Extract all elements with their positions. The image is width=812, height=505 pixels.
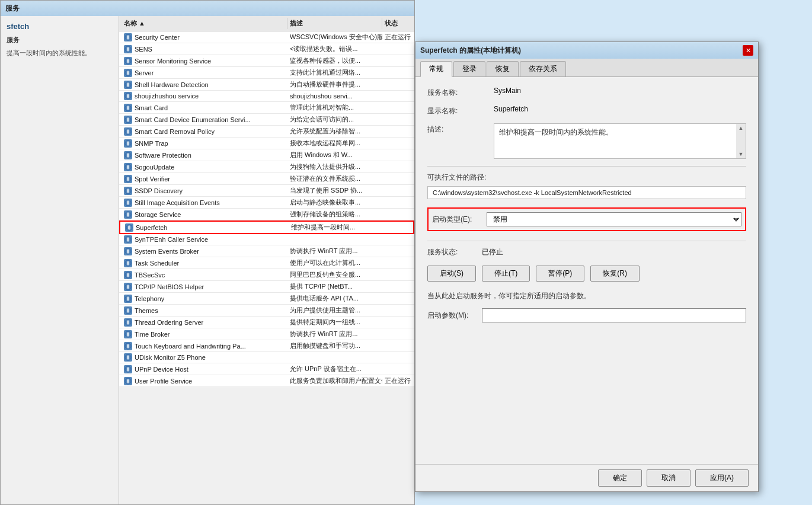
- row-status: 正在运行: [382, 32, 414, 42]
- table-row[interactable]: System Events Broker协调执行 WinRT 应用...: [119, 245, 414, 257]
- apply-button[interactable]: 应用(A): [695, 469, 749, 487]
- left-panel: sfetch 服务 提高一段时间内的系统性能。: [1, 16, 119, 504]
- table-row[interactable]: SogouUpdate为搜狗输入法提供升级...: [119, 161, 414, 173]
- tab-general[interactable]: 常规: [420, 61, 452, 77]
- row-status: [382, 131, 414, 132]
- dialog-close-button[interactable]: ✕: [743, 45, 753, 56]
- scroll-down-arrow[interactable]: ▼: [737, 150, 745, 158]
- service-icon: [124, 57, 132, 65]
- table-row[interactable]: Superfetch维护和提高一段时间...: [119, 220, 414, 234]
- row-name: shoujizhushou service: [122, 91, 287, 101]
- row-name: Smart Card: [122, 103, 287, 113]
- row-name: Themes: [122, 306, 287, 315]
- cancel-button[interactable]: 取消: [647, 469, 690, 487]
- table-row[interactable]: UPnP Device Host允许 UPnP 设备宿主在...: [119, 363, 414, 375]
- start-param-row: 启动参数(M):: [427, 308, 746, 322]
- table-row[interactable]: Software Protection启用 Windows 和 W...: [119, 149, 414, 161]
- col-desc[interactable]: 描述: [287, 18, 382, 29]
- row-name: Touch Keyboard and Handwriting Pa...: [122, 341, 287, 351]
- row-name: Spot Verifier: [122, 174, 287, 184]
- tab-login[interactable]: 登录: [453, 61, 485, 76]
- start-button[interactable]: 启动(S): [427, 266, 476, 282]
- table-row[interactable]: Spot Verifier验证潜在的文件系统损...: [119, 173, 414, 185]
- row-status: [382, 107, 414, 108]
- service-icon: [124, 235, 132, 244]
- table-row[interactable]: Server支持此计算机通过网络...: [119, 67, 414, 79]
- table-row[interactable]: Security CenterWSCSVC(Windows 安全中心)服务监视并…: [119, 31, 414, 43]
- col-status[interactable]: 状态: [382, 18, 414, 29]
- startup-type-select[interactable]: 自动 自动(延迟启动) 手动 禁用: [487, 212, 741, 226]
- left-panel-section: 服务: [7, 36, 113, 44]
- scroll-up-arrow[interactable]: ▲: [737, 124, 745, 132]
- resume-button[interactable]: 恢复(R): [590, 266, 640, 282]
- row-name: UDisk Monitor Z5 Phone: [122, 353, 287, 362]
- tab-recovery[interactable]: 恢复: [487, 61, 519, 76]
- row-name-text: Smart Card Removal Policy: [135, 128, 215, 135]
- table-row[interactable]: SynTPEnh Caller Service: [119, 234, 414, 245]
- service-icon: [124, 92, 132, 100]
- row-desc: 监视各种传感器，以便...: [287, 56, 382, 66]
- pause-button[interactable]: 暂停(P): [536, 266, 584, 282]
- ok-button[interactable]: 确定: [598, 469, 642, 487]
- table-row[interactable]: Thread Ordering Server提供特定期间内一组线...: [119, 317, 414, 328]
- row-desc: 管理此计算机对智能...: [287, 103, 382, 113]
- table-row[interactable]: Time Broker协调执行 WinRT 应用...: [119, 328, 414, 340]
- table-row[interactable]: SENS<读取描述失败。错误...: [119, 43, 414, 55]
- row-name: Software Protection: [122, 151, 287, 160]
- table-row[interactable]: Smart Card管理此计算机对智能...: [119, 102, 414, 114]
- row-name-text: Shell Hardware Detection: [135, 81, 209, 88]
- row-status: [382, 369, 414, 370]
- table-row[interactable]: Shell Hardware Detection为自动播放硬件事件提...: [119, 79, 414, 91]
- table-row[interactable]: SNMP Trap接收本地或远程简单网...: [119, 138, 414, 149]
- row-name: Server: [122, 68, 287, 78]
- row-desc: <读取描述失败。错误...: [287, 44, 382, 54]
- row-name-text: Smart Card: [135, 104, 168, 111]
- table-row[interactable]: User Profile Service此服务负责加载和卸用户配置文件。如果已停…: [119, 375, 414, 387]
- table-row[interactable]: Smart Card Removal Policy允许系统配置为移除智...: [119, 126, 414, 138]
- row-desc: 支持此计算机通过网络...: [287, 68, 382, 78]
- table-row[interactable]: shoujizhushou serviceshoujizhushou servi…: [119, 91, 414, 102]
- table-row[interactable]: Telephony提供电话服务 API (TA...: [119, 293, 414, 305]
- row-name-text: SogouUpdate: [135, 164, 174, 171]
- table-row[interactable]: Task Scheduler使用户可以在此计算机...: [119, 257, 414, 269]
- row-status: [382, 72, 414, 73]
- table-row[interactable]: Storage Service强制存储设备的组策略...: [119, 209, 414, 220]
- tab-dependencies[interactable]: 依存关系: [520, 61, 566, 76]
- startup-type-row: 启动类型(E): 自动 自动(延迟启动) 手动 禁用 ▼: [427, 207, 746, 231]
- start-param-input[interactable]: [482, 308, 746, 322]
- table-row[interactable]: Sensor Monitoring Service监视各种传感器，以便...: [119, 55, 414, 67]
- row-desc: 启用 Windows 和 W...: [287, 150, 382, 160]
- row-name-text: SNMP Trap: [135, 140, 168, 147]
- dialog-body: 服务名称: SysMain 显示名称: Superfetch 描述: 维护和提高…: [415, 77, 758, 464]
- table-row[interactable]: Smart Card Device Enumeration Servi...为给…: [119, 114, 414, 126]
- service-list-area: 名称 ▲ 描述 状态 启动类型 登录为 Security CenterWSCSV…: [119, 16, 414, 504]
- stop-button[interactable]: 停止(T): [482, 266, 530, 282]
- row-name-text: UPnP Device Host: [135, 366, 188, 373]
- table-row[interactable]: UDisk Monitor Z5 Phone: [119, 352, 414, 363]
- display-name-label: 显示名称:: [427, 105, 487, 116]
- row-name: Security Center: [122, 33, 287, 42]
- table-row[interactable]: Themes为用户提供使用主题管...: [119, 305, 414, 317]
- row-name: SSDP Discovery: [122, 186, 287, 196]
- service-icon: [124, 69, 132, 77]
- service-icon: [124, 33, 132, 41]
- col-name[interactable]: 名称 ▲: [122, 18, 287, 29]
- table-row[interactable]: Still Image Acquisition Events启动与静态映像获取事…: [119, 197, 414, 209]
- row-status: [382, 310, 414, 311]
- table-row[interactable]: TCP/IP NetBIOS Helper提供 TCP/IP (NetBT...: [119, 281, 414, 293]
- table-row[interactable]: Touch Keyboard and Handwriting Pa...启用触摸…: [119, 340, 414, 352]
- row-name-text: TBSecSvc: [135, 271, 165, 279]
- left-panel-title: sfetch: [7, 22, 113, 31]
- row-name: TBSecSvc: [122, 270, 287, 280]
- divider-1: [427, 166, 746, 167]
- table-row[interactable]: TBSecSvc阿里巴巴反钓鱼安全服...: [119, 269, 414, 281]
- list-header: 名称 ▲ 描述 状态 启动类型 登录为: [119, 16, 414, 31]
- row-desc: 当发现了使用 SSDP 协...: [287, 186, 382, 196]
- desc-scrollbar[interactable]: ▲ ▼: [736, 124, 746, 158]
- row-name-text: Task Scheduler: [135, 260, 179, 267]
- row-status: [382, 346, 414, 347]
- service-icon: [124, 139, 132, 148]
- row-desc: 为自动播放硬件事件提...: [287, 79, 382, 90]
- row-name: Shell Hardware Detection: [122, 80, 287, 90]
- table-row[interactable]: SSDP Discovery当发现了使用 SSDP 协...: [119, 185, 414, 197]
